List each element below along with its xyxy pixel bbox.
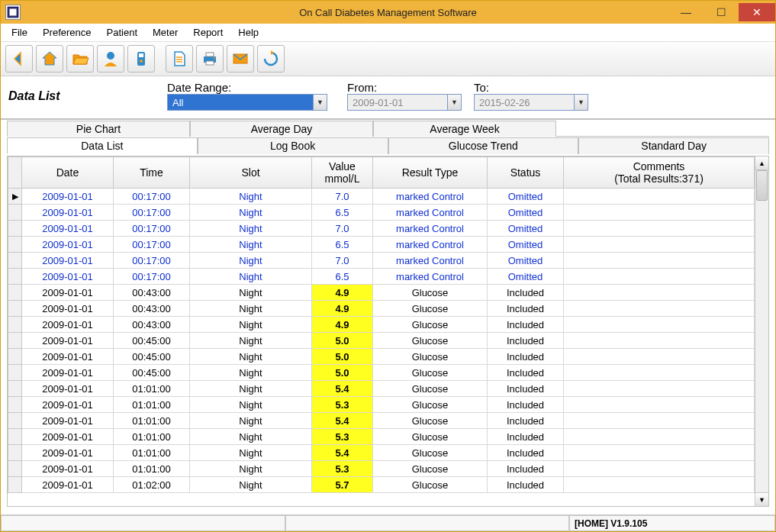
cell-slot: Night bbox=[190, 285, 312, 301]
patient-button[interactable] bbox=[97, 45, 124, 73]
maximize-button[interactable]: ☐ bbox=[704, 3, 739, 21]
cell-result-type: Glucose bbox=[373, 461, 488, 477]
table-row[interactable]: 2009-01-0101:01:00Night5.4GlucoseInclude… bbox=[8, 445, 755, 461]
cell-date: 2009-01-01 bbox=[22, 317, 114, 333]
page-title: Data List bbox=[8, 89, 161, 103]
meter-button[interactable] bbox=[127, 45, 155, 73]
col-header-result-type[interactable]: Result Type bbox=[373, 157, 488, 189]
cell-status: Included bbox=[488, 349, 564, 365]
row-marker bbox=[8, 429, 22, 445]
cell-time: 01:01:00 bbox=[114, 429, 190, 445]
table-row[interactable]: 2009-01-0100:17:00Night6.5marked Control… bbox=[8, 205, 755, 221]
cell-result-type: Glucose bbox=[373, 349, 488, 365]
menu-patient[interactable]: Patient bbox=[99, 25, 145, 40]
mail-button[interactable] bbox=[227, 45, 254, 73]
tab-log-book[interactable]: Log Book bbox=[198, 137, 388, 154]
cell-result-type: Glucose bbox=[373, 445, 488, 461]
table-row[interactable]: 2009-01-0100:43:00Night4.9GlucoseInclude… bbox=[8, 301, 755, 317]
cell-status: Omitted bbox=[488, 269, 564, 285]
cell-comments bbox=[564, 381, 755, 397]
table-row[interactable]: 2009-01-0100:45:00Night5.0GlucoseInclude… bbox=[8, 365, 755, 381]
from-date-combo[interactable]: 2009-01-01 ▼ bbox=[347, 94, 462, 111]
cell-status: Omitted bbox=[488, 189, 564, 205]
cell-status: Included bbox=[488, 461, 564, 477]
table-row[interactable]: 2009-01-0101:01:00Night5.4GlucoseInclude… bbox=[8, 381, 755, 397]
menu-file[interactable]: File bbox=[4, 25, 35, 40]
to-date-combo[interactable]: 2015-02-26 ▼ bbox=[474, 94, 588, 111]
cell-comments bbox=[564, 365, 755, 381]
tab-standard-day[interactable]: Standard Day bbox=[578, 137, 769, 154]
cell-result-type: marked Control bbox=[373, 269, 488, 285]
vertical-scrollbar[interactable]: ▲ ▼ bbox=[755, 156, 768, 506]
date-range-combo[interactable]: All ▼ bbox=[167, 94, 327, 111]
scroll-up-button[interactable]: ▲ bbox=[755, 156, 768, 170]
table-row[interactable]: ▶2009-01-0100:17:00Night7.0marked Contro… bbox=[8, 189, 755, 205]
open-button[interactable] bbox=[66, 45, 94, 73]
cell-value: 6.5 bbox=[312, 269, 373, 285]
table-row[interactable]: 2009-01-0100:43:00Night4.9GlucoseInclude… bbox=[8, 285, 755, 301]
table-row[interactable]: 2009-01-0100:17:00Night7.0marked Control… bbox=[8, 253, 755, 269]
chevron-down-icon: ▼ bbox=[313, 95, 327, 110]
cell-date: 2009-01-01 bbox=[22, 429, 114, 445]
table-row[interactable]: 2009-01-0101:01:00Night5.3GlucoseInclude… bbox=[8, 397, 755, 413]
svg-rect-11 bbox=[206, 61, 214, 65]
refresh-button[interactable] bbox=[257, 45, 285, 73]
tab-row-top: Pie Chart Average Day Average Week bbox=[7, 120, 769, 137]
cell-date: 2009-01-01 bbox=[22, 205, 114, 221]
tab-pie-chart[interactable]: Pie Chart bbox=[7, 121, 190, 137]
cell-date: 2009-01-01 bbox=[22, 285, 114, 301]
cell-slot: Night bbox=[190, 269, 312, 285]
table-row[interactable]: 2009-01-0100:17:00Night6.5marked Control… bbox=[8, 237, 755, 253]
home-button[interactable] bbox=[36, 45, 63, 73]
table-row[interactable]: 2009-01-0100:45:00Night5.0GlucoseInclude… bbox=[8, 349, 755, 365]
col-header-marker[interactable] bbox=[8, 157, 22, 189]
table-row[interactable]: 2009-01-0101:01:00Night5.3GlucoseInclude… bbox=[8, 429, 755, 445]
table-row[interactable]: 2009-01-0100:17:00Night7.0marked Control… bbox=[8, 221, 755, 237]
tab-average-week[interactable]: Average Week bbox=[373, 121, 556, 137]
table-row[interactable]: 2009-01-0100:45:00Night5.0GlucoseInclude… bbox=[8, 333, 755, 349]
col-header-slot[interactable]: Slot bbox=[190, 157, 312, 189]
table-row[interactable]: 2009-01-0101:02:00Night5.7GlucoseInclude… bbox=[8, 477, 755, 493]
tab-glucose-trend[interactable]: Glucose Trend bbox=[388, 137, 579, 154]
row-marker bbox=[8, 461, 22, 477]
cell-date: 2009-01-01 bbox=[22, 237, 114, 253]
col-header-status[interactable]: Status bbox=[488, 157, 564, 189]
row-marker bbox=[8, 221, 22, 237]
cell-result-type: marked Control bbox=[373, 189, 488, 205]
document-button[interactable] bbox=[166, 45, 193, 73]
print-button[interactable] bbox=[196, 45, 224, 73]
status-pane-left bbox=[1, 516, 285, 531]
tab-data-list[interactable]: Data List bbox=[7, 137, 198, 154]
back-button[interactable] bbox=[5, 45, 33, 73]
menu-help[interactable]: Help bbox=[230, 25, 266, 40]
cell-value: 7.0 bbox=[312, 221, 373, 237]
menu-preference[interactable]: Preference bbox=[35, 25, 99, 40]
col-header-date[interactable]: Date bbox=[22, 157, 114, 189]
from-label: From: bbox=[347, 81, 462, 94]
table-row[interactable]: 2009-01-0100:43:00Night4.9GlucoseInclude… bbox=[8, 317, 755, 333]
table-row[interactable]: 2009-01-0100:17:00Night6.5marked Control… bbox=[8, 269, 755, 285]
cell-value: 5.3 bbox=[312, 429, 373, 445]
table-row[interactable]: 2009-01-0101:01:00Night5.3GlucoseInclude… bbox=[8, 461, 755, 477]
scroll-down-button[interactable]: ▼ bbox=[755, 492, 768, 506]
table-row[interactable]: 2009-01-0101:01:00Night5.4GlucoseInclude… bbox=[8, 413, 755, 429]
close-button[interactable]: ✕ bbox=[739, 3, 775, 21]
col-header-value[interactable]: Valuemmol/L bbox=[312, 157, 373, 189]
cell-value: 5.4 bbox=[312, 413, 373, 429]
cell-time: 00:17:00 bbox=[114, 269, 190, 285]
scroll-thumb[interactable] bbox=[756, 170, 768, 201]
statusbar: [HOME] V1.9.105 bbox=[1, 514, 775, 531]
menu-report[interactable]: Report bbox=[185, 25, 230, 40]
cell-time: 00:43:00 bbox=[114, 301, 190, 317]
minimize-button[interactable]: — bbox=[668, 3, 704, 21]
col-header-comments[interactable]: Comments(Total Results:371) bbox=[564, 157, 755, 189]
tab-average-day[interactable]: Average Day bbox=[190, 121, 373, 137]
col-header-time[interactable]: Time bbox=[114, 157, 190, 189]
cell-status: Included bbox=[488, 285, 564, 301]
cell-value: 7.0 bbox=[312, 189, 373, 205]
cell-slot: Night bbox=[190, 461, 312, 477]
status-pane-mid bbox=[285, 516, 570, 531]
cell-time: 00:17:00 bbox=[114, 189, 190, 205]
cell-comments bbox=[564, 333, 755, 349]
menu-meter[interactable]: Meter bbox=[145, 25, 185, 40]
